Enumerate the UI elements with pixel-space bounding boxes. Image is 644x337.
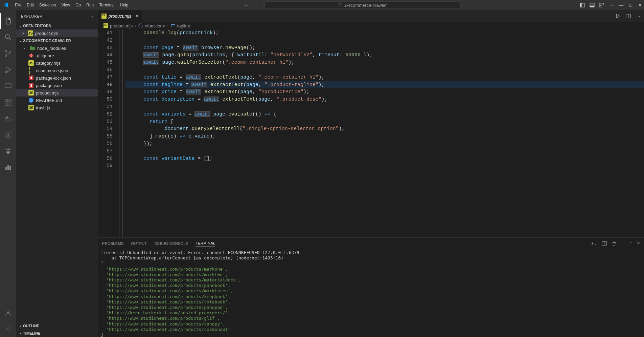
panel-tab-problems[interactable]: PROBLEMS (102, 240, 124, 247)
tree-item[interactable]: { }ecommerce.json (16, 67, 98, 74)
tab-product-mjs[interactable]: JS product.mjs ✕ (98, 10, 142, 22)
menu-edit[interactable]: Edit (24, 1, 37, 9)
svg-point-28 (9, 149, 10, 150)
svg-rect-32 (9, 166, 11, 170)
code-line[interactable]: ].map((e) => e.value); (125, 133, 644, 140)
code-line[interactable]: const variants = await page.evaluate(() … (125, 111, 644, 118)
bar-chart-icon (4, 163, 12, 171)
code-line[interactable]: ...document.querySelectorAll(".single-op… (125, 125, 644, 133)
svg-rect-40 (31, 77, 32, 79)
ab-thunder[interactable] (0, 127, 16, 143)
nav-forward-icon[interactable]: → (253, 3, 258, 8)
ab-accounts[interactable] (0, 304, 16, 321)
code-line[interactable] (125, 66, 644, 74)
panel-tab-debug-console[interactable]: DEBUG CONSOLE (155, 240, 188, 247)
debug-icon (4, 66, 12, 74)
run-icon[interactable] (615, 14, 620, 19)
command-center[interactable]: 2-ecommerce-crawler (264, 1, 461, 9)
svg-rect-5 (590, 5, 594, 7)
minimize-icon[interactable]: — (619, 3, 623, 8)
code-line[interactable] (125, 148, 644, 155)
menu-terminal[interactable]: Terminal (96, 1, 117, 9)
code-line[interactable] (125, 162, 644, 170)
close-icon[interactable]: ✕ (135, 14, 138, 19)
ab-remote[interactable] (0, 78, 16, 94)
code-line[interactable]: await page.waitForSelector(".ecomm-conta… (125, 59, 644, 66)
code-line[interactable] (125, 37, 644, 44)
section-timeline[interactable]: › TIMELINE (16, 330, 98, 337)
chevron-up-icon[interactable]: ⌃ (629, 241, 632, 246)
open-editor-item[interactable]: ×JSproduct.mjs (16, 29, 98, 37)
svg-point-12 (5, 55, 7, 57)
code-line[interactable]: const page = await browser.newPage(); (125, 44, 644, 52)
code-line[interactable]: const price = await extractText(page, "#… (125, 88, 644, 96)
more-icon[interactable]: ··· (609, 3, 613, 8)
more-icon[interactable]: ··· (621, 241, 624, 246)
menu-run[interactable]: Run (84, 1, 96, 9)
close-icon[interactable]: ✕ (637, 241, 640, 246)
svg-rect-31 (7, 165, 9, 170)
ab-graph[interactable] (0, 159, 16, 175)
ab-docker[interactable] (0, 110, 16, 127)
section-open-editors[interactable]: ⌄ OPEN EDITORS (16, 22, 98, 29)
svg-rect-3 (580, 3, 582, 7)
code-line[interactable]: }); (125, 140, 644, 148)
tree-item[interactable]: JSproduct.mjs (16, 89, 98, 97)
code-line[interactable]: const title = await extractText(page, ".… (125, 74, 644, 81)
split-editor-icon[interactable] (626, 14, 631, 19)
terminal-output[interactable]: [ioredis] Unhandled error event: Error: … (98, 249, 644, 337)
menu-view[interactable]: View (59, 1, 73, 9)
breadcrumb[interactable]: JSproduct.mjs › <function> › tagline (98, 22, 644, 29)
trash-icon[interactable] (612, 241, 617, 246)
ab-source-control[interactable] (0, 45, 16, 62)
toggle-panel-left-icon[interactable] (580, 3, 585, 8)
svg-rect-18 (5, 103, 7, 105)
tree-item[interactable]: JStrash.js (16, 104, 98, 111)
menu-help[interactable]: Help (117, 1, 131, 9)
git-icon (28, 53, 34, 58)
svg-rect-7 (602, 3, 604, 5)
split-terminal-icon[interactable] (602, 241, 607, 246)
svg-rect-43 (31, 84, 32, 87)
code-line[interactable] (125, 103, 644, 111)
activity-bar (0, 10, 16, 337)
tree-item[interactable]: ›node_modules (16, 44, 98, 52)
code-line[interactable]: const variantData = []; (125, 155, 644, 163)
panel-tab-terminal[interactable]: TERMINAL (196, 240, 215, 247)
ab-run-debug[interactable] (0, 62, 16, 78)
tree-item[interactable]: package.json (16, 82, 98, 89)
ab-extensions[interactable] (0, 94, 16, 110)
code-line[interactable]: const tagline = await extractText(page, … (125, 81, 644, 89)
ab-search[interactable] (0, 29, 16, 45)
section-workspace[interactable]: ⌄ 2-ECOMMERCE-CRAWLER (16, 37, 98, 44)
new-terminal-icon[interactable]: ＋⌄ (591, 241, 597, 246)
code-line[interactable]: await page.goto(productLink, { waitUntil… (125, 51, 644, 59)
code-line[interactable]: console.log(productLink); (125, 29, 644, 37)
titlebar: FileEditSelectionViewGoRunTerminalHelp ←… (0, 0, 644, 10)
panel-tab-output[interactable]: OUTPUT (131, 240, 147, 247)
tree-item[interactable]: .gitignore (16, 52, 98, 59)
toggle-panel-bottom-icon[interactable] (590, 3, 595, 8)
remote-icon (4, 82, 12, 90)
close-icon[interactable]: ✕ (638, 3, 642, 8)
svg-rect-21 (5, 118, 6, 119)
code-line[interactable]: return [ (125, 118, 644, 126)
customize-layout-icon[interactable] (599, 3, 604, 8)
tree-item[interactable]: package-lock.json (16, 74, 98, 82)
more-icon[interactable]: ··· (90, 14, 93, 18)
maximize-icon[interactable]: □ (629, 3, 632, 8)
code-editor[interactable]: 41424344454647484950515253545556575859 c… (98, 29, 644, 237)
close-icon[interactable]: × (21, 31, 26, 36)
nav-back-icon[interactable]: ← (244, 3, 249, 8)
code-line[interactable]: const description = await extractText(pa… (125, 96, 644, 103)
menu-go[interactable]: Go (73, 1, 84, 9)
ab-settings[interactable] (0, 321, 16, 337)
section-outline[interactable]: › OUTLINE (16, 322, 98, 330)
tree-item[interactable]: JScategory.mjs (16, 59, 98, 67)
tree-item[interactable]: iREADME.md (16, 97, 98, 104)
menu-file[interactable]: File (12, 1, 24, 9)
more-icon[interactable]: ··· (636, 14, 640, 19)
ab-pets[interactable] (0, 143, 16, 159)
ab-explorer[interactable] (0, 13, 16, 29)
menu-selection[interactable]: Selection (37, 1, 59, 9)
